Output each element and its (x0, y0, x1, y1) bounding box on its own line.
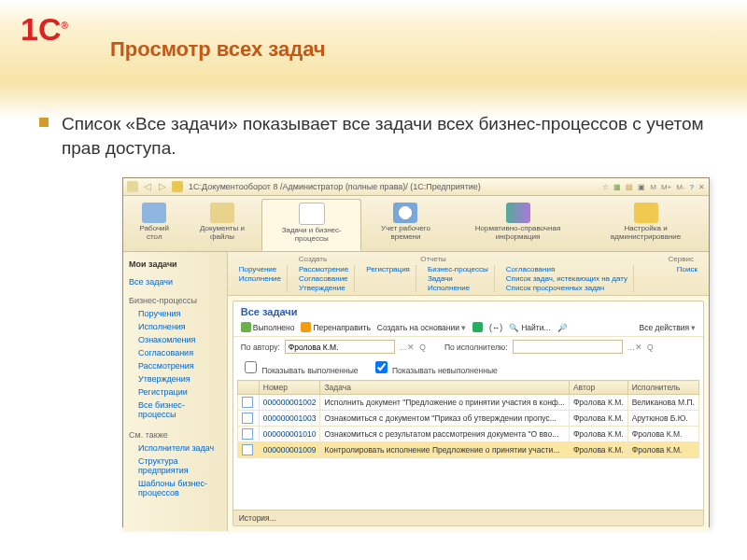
sidebar-item[interactable]: Шаблоны бизнес-процессов (138, 477, 221, 499)
ribbon-link[interactable]: Задачи (428, 274, 488, 283)
tool-icon-2[interactable]: ▤ (626, 183, 633, 191)
col-task[interactable]: Задача (320, 381, 569, 395)
ribbon-link[interactable]: Бизнес-процессы (428, 265, 488, 273)
select-author-icon[interactable]: Q (419, 343, 426, 352)
table-row[interactable]: 000000001002Исполнить документ "Предложе… (237, 395, 698, 411)
cell-executor: Великанова М.П. (627, 395, 698, 411)
window-title: 1С:Документооборот 8 /Администратор (пол… (189, 182, 599, 191)
ribbon-link[interactable]: Список задач, истекающих на дату (506, 274, 627, 283)
find-button[interactable]: 🔍Найти... (509, 323, 550, 332)
sidebar-item[interactable]: Все бизнес-процессы (138, 399, 221, 421)
app-menu-icon[interactable] (127, 181, 138, 192)
sidebar-item[interactable]: Исполнения (138, 320, 221, 333)
nav-admin[interactable]: Настройка и администрирование (585, 199, 706, 251)
cell-number: 000000001010 (259, 427, 320, 442)
main-nav: Рабочий стол Документы и файлы Задачи и … (123, 196, 709, 252)
nav-desktop[interactable]: Рабочий стол (126, 199, 183, 251)
nav-documents[interactable]: Документы и файлы (183, 199, 262, 251)
table-row[interactable]: 000000001003Ознакомиться с документом "П… (237, 411, 698, 427)
sidebar-item[interactable]: Согласования (138, 346, 221, 359)
bullet-text: Список «Все задачи» показывает все задач… (62, 112, 710, 160)
col-number[interactable]: Номер (259, 381, 320, 395)
clear-author-icon[interactable]: …✕ (400, 343, 416, 352)
col-author[interactable]: Автор (569, 381, 627, 395)
cell-task: Контролировать исполнение Предложение о … (320, 442, 569, 458)
tool-icon[interactable]: ▦ (613, 183, 621, 191)
table-row[interactable]: 000000001009Контролировать исполнение Пр… (237, 442, 698, 458)
select-exec-icon[interactable]: Q (647, 343, 654, 352)
nav-timesheet[interactable]: Учет рабочего времени (361, 199, 450, 251)
window-controls: ☆ ▦ ▤ ▣ М М+ М- ? ✕ (602, 183, 705, 191)
sidebar-item[interactable]: Структура предприятия (138, 455, 221, 477)
done-button[interactable]: Выполнено (241, 322, 295, 332)
favorite-icon[interactable] (172, 181, 183, 192)
logo: 1C® (21, 11, 68, 48)
executor-input[interactable] (513, 340, 623, 354)
show-done-checkbox[interactable]: Показывать выполненные (241, 358, 359, 376)
m-plus[interactable]: М+ (661, 183, 671, 191)
main-panel: Все задачи Выполнено Перенаправить Созда… (233, 301, 704, 526)
doc-icon (242, 413, 253, 424)
all-actions-button[interactable]: Все действия▾ (640, 323, 696, 332)
nav-label: Рабочий стол (133, 224, 176, 241)
calc-icon[interactable]: ▣ (638, 183, 645, 191)
close-icon[interactable]: ✕ (698, 183, 705, 191)
chk-label: Показывать выполненные (261, 366, 358, 375)
table-row[interactable]: 000000001010Ознакомиться с результатом р… (237, 427, 698, 442)
ribbon-link[interactable]: Утверждение (299, 284, 348, 292)
create-based-button[interactable]: Создать на основании▾ (377, 323, 466, 332)
cell-task: Ознакомиться с результатом рассмотрения … (320, 427, 569, 442)
ribbon-link[interactable]: Согласования (506, 265, 627, 273)
refresh-button[interactable]: (↔) (489, 323, 502, 332)
cell-number: 000000001002 (259, 395, 320, 411)
ribbon-link[interactable]: Регистрация (366, 265, 410, 273)
ribbon-group-label: Отчеты (420, 255, 446, 263)
cell-executor: Арутюнов Б.Ю. (627, 411, 698, 427)
doc-icon (242, 444, 253, 455)
clear-exec-icon[interactable]: …✕ (627, 343, 643, 352)
task-grid[interactable]: Номер Задача Автор Исполнитель 000000001… (237, 380, 699, 510)
panel-toolbar: Выполнено Перенаправить Создать на основ… (233, 320, 703, 337)
nav-fwd-icon[interactable]: ▷ (157, 181, 168, 192)
author-input[interactable] (285, 340, 395, 354)
nav-label: Задачи и бизнес-процессы (268, 226, 355, 243)
status-bar: История... (233, 510, 703, 525)
nav-reference[interactable]: Нормативно-справочная информация (450, 199, 585, 251)
clear-find-button[interactable]: 🔎 (557, 323, 568, 332)
col-executor[interactable]: Исполнитель (627, 381, 698, 395)
ribbon-link[interactable]: Рассмотрение (299, 265, 348, 273)
slide-bullet: Список «Все задачи» показывает все задач… (39, 112, 710, 160)
doc-icon (242, 428, 253, 440)
history-button[interactable]: История... (239, 513, 698, 523)
ribbon-link[interactable]: Поиск (677, 265, 698, 273)
nav-tasks[interactable]: Задачи и бизнес-процессы (261, 199, 361, 251)
ribbon-link[interactable]: Исполнение (239, 274, 281, 283)
show-undone-checkbox[interactable]: Показывать невыполненные (372, 358, 498, 376)
cell-author: Фролова К.М. (569, 427, 627, 442)
sidebar-item[interactable]: Рассмотрения (138, 359, 221, 372)
nav-back-icon[interactable]: ◁ (142, 181, 153, 192)
ribbon: Создать Отчеты Сервис Поручение Исполнен… (228, 252, 709, 296)
btn-label: Создать на основании (377, 323, 459, 332)
sidebar-all-tasks[interactable]: Все задачи (129, 275, 221, 288)
sidebar-item[interactable]: Регистрации (138, 385, 221, 399)
sidebar-item[interactable]: Утверждения (138, 372, 221, 385)
sidebar-bp-header: Бизнес-процессы (129, 294, 221, 307)
sidebar-item[interactable]: Поручения (138, 307, 221, 320)
edit-button[interactable] (472, 322, 483, 332)
help-icon[interactable]: ? (690, 183, 694, 191)
sidebar-item[interactable]: Исполнители задач (138, 441, 221, 455)
ribbon-link[interactable]: Список просроченных задач (506, 284, 627, 292)
cell-executor: Фролова К.М. (627, 442, 698, 458)
m-plus[interactable]: М (650, 183, 656, 191)
btn-label: Выполнено (253, 323, 295, 332)
star-icon[interactable]: ☆ (602, 183, 609, 191)
m-minus[interactable]: М- (676, 183, 684, 191)
sidebar-see-also: См. также (129, 428, 221, 441)
sidebar-item[interactable]: Ознакомления (138, 333, 221, 346)
ribbon-link[interactable]: Согласование (299, 274, 348, 283)
redirect-button[interactable]: Перенаправить (301, 322, 370, 332)
ribbon-link[interactable]: Поручение (239, 265, 281, 273)
ribbon-link[interactable]: Исполнение (428, 284, 488, 292)
sidebar-my-tasks[interactable]: Мои задачи (129, 258, 221, 271)
